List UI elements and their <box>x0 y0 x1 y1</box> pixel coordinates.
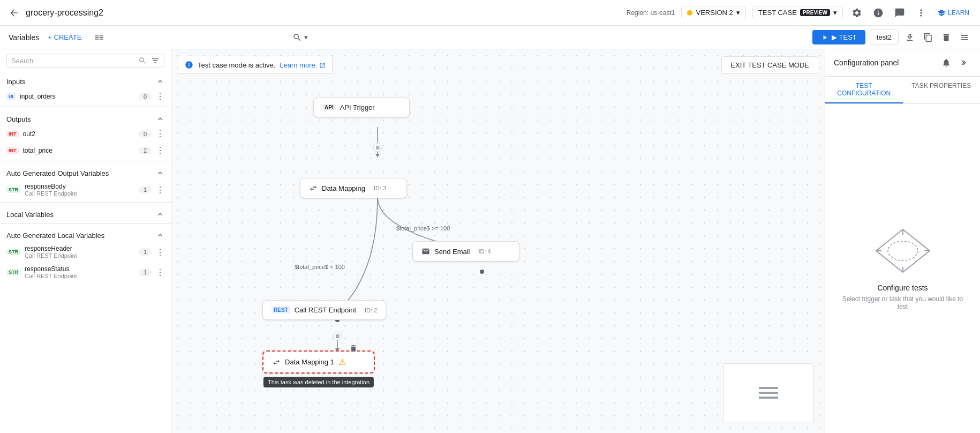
condition-label-gte: $total_price$ >= 100 <box>396 225 450 232</box>
list-item[interactable]: UI input_orders 0 ⋮ <box>0 88 171 104</box>
chat-button[interactable] <box>892 5 907 20</box>
outputs-section-header[interactable]: Outputs <box>0 109 171 125</box>
list-item[interactable]: STR responseStatus Call REST Endpoint 1 … <box>0 262 171 282</box>
preview-dropdown-icon: ▾ <box>833 9 837 17</box>
var-name: responseStatus <box>25 265 134 273</box>
delete-icon[interactable] <box>349 344 358 353</box>
auto-local-section-header[interactable]: Auto Generated Local Variables <box>0 226 171 242</box>
filter-icon[interactable] <box>151 56 160 65</box>
more-icon[interactable]: ⋮ <box>156 129 164 139</box>
more-icon[interactable]: ⋮ <box>156 185 164 195</box>
var-count: 1 <box>139 248 152 256</box>
divider <box>0 202 171 203</box>
var-sub: Call REST Endpoint <box>25 273 134 279</box>
exit-test-case-button[interactable]: EXIT TEST CASE MODE <box>721 56 818 74</box>
right-panel-header: Configuration panel <box>825 49 980 77</box>
var-count: 1 <box>139 268 152 276</box>
local-section-header[interactable]: Local Variables <box>0 205 171 221</box>
test-button-label: ▶ TEST <box>832 33 857 41</box>
type-badge: UI <box>6 93 16 100</box>
expand-button[interactable] <box>958 56 971 70</box>
version-button[interactable]: VERSION 2 ▾ <box>681 6 745 19</box>
more-icon[interactable]: ⋮ <box>156 91 164 101</box>
info-message: Test case mode is active. Learn more. <box>178 56 333 74</box>
outputs-title: Outputs <box>6 115 31 123</box>
node-label: Data Mapping 1 <box>285 358 334 366</box>
download-button[interactable] <box>903 31 917 44</box>
info-text: Test case mode is active. <box>198 61 275 69</box>
mini-lines-icon <box>758 385 779 401</box>
delete-icon-overlay[interactable] <box>349 344 358 354</box>
inputs-title: Inputs <box>6 78 25 86</box>
search-input[interactable] <box>11 57 134 65</box>
send-email-node[interactable]: Send Email ID: 4 <box>412 241 519 262</box>
node-label: Data Mapping <box>322 184 365 192</box>
left-panel: Inputs UI input_orders 0 ⋮ Outputs INT o… <box>0 49 171 433</box>
var-name: out2 <box>23 130 135 138</box>
mapping-icon <box>272 358 281 367</box>
settings-button[interactable] <box>849 5 864 20</box>
tab-test-configuration[interactable]: TEST CONFIGURATION <box>825 77 903 103</box>
test2-button[interactable]: test2 <box>870 29 899 45</box>
collapse-button[interactable] <box>92 31 106 44</box>
learn-more-link[interactable]: Learn more. <box>280 61 326 69</box>
warning-icon: ⚠ <box>338 357 346 367</box>
more-icon[interactable]: ⋮ <box>156 267 164 278</box>
node-id: ID: 4 <box>478 248 491 255</box>
list-item[interactable]: INT total_price 2 ⋮ <box>0 142 171 159</box>
bell-button[interactable] <box>939 56 953 70</box>
svg-point-6 <box>480 270 484 274</box>
more-icon[interactable]: ⋮ <box>156 247 164 257</box>
divider <box>0 223 171 223</box>
learn-button[interactable]: LEARN <box>935 6 971 19</box>
more-button[interactable] <box>914 5 929 20</box>
list-item[interactable]: STR responseHeader Call REST Endpoint 1 … <box>0 242 171 262</box>
back-button[interactable] <box>9 8 19 18</box>
panel-tabs: TEST CONFIGURATION TASK PROPERTIES <box>825 77 980 104</box>
learn-label: LEARN <box>948 9 969 17</box>
var-count: 0 <box>139 93 152 100</box>
api-trigger-node[interactable]: API API Trigger <box>313 98 410 117</box>
test-case-label: TEST CASE <box>758 9 797 17</box>
svg-text:⚙: ⚙ <box>335 333 340 339</box>
svg-rect-12 <box>759 387 778 389</box>
tab-task-properties[interactable]: TASK PROPERTIES <box>903 77 981 103</box>
variables-title: Variables <box>9 33 39 42</box>
var-info: responseBody Call REST Endpoint <box>25 183 134 197</box>
info-button[interactable] <box>871 5 886 20</box>
version-label: VERSION 2 <box>696 9 733 17</box>
canvas-area[interactable]: Test case mode is active. Learn more. EX… <box>171 49 825 433</box>
second-header: Variables + CREATE ▾ ▶ TEST test2 <box>0 26 980 49</box>
var-sub: Call REST Endpoint <box>25 190 134 197</box>
config-graphic <box>873 227 932 275</box>
var-count: 1 <box>139 186 152 193</box>
delete-button[interactable] <box>939 31 953 44</box>
create-button[interactable]: + CREATE <box>43 31 86 43</box>
auto-local-collapse-icon <box>156 231 164 240</box>
test-case-button[interactable]: TEST CASE PREVIEW ▾ <box>752 6 843 19</box>
svg-point-8 <box>333 332 342 340</box>
call-rest-node[interactable]: REST Call REST Endpoint ID: 2 <box>262 300 386 320</box>
type-badge: STR <box>6 186 20 193</box>
auto-output-section-header[interactable]: Auto Generated Output Variables <box>0 163 171 180</box>
auto-local-title: Auto Generated Local Variables <box>6 232 104 240</box>
local-title: Local Variables <box>6 211 54 219</box>
svg-point-1 <box>373 143 382 152</box>
node-id: ID: 3 <box>374 185 386 191</box>
configure-title: Configure tests <box>877 283 928 292</box>
version-dot <box>687 10 692 16</box>
zoom-control[interactable]: ▾ <box>292 33 308 42</box>
list-item[interactable]: STR responseBody Call REST Endpoint 1 ⋮ <box>0 180 171 200</box>
copy-button[interactable] <box>921 31 935 44</box>
list-item[interactable]: INT out2 0 ⋮ <box>0 125 171 142</box>
right-panel: Configuration panel TEST CONFIGURATION T… <box>825 49 980 433</box>
menu-icon[interactable] <box>958 31 971 44</box>
more-icon[interactable]: ⋮ <box>156 145 164 155</box>
var-sub: Call REST Endpoint <box>25 252 134 259</box>
test-button[interactable]: ▶ TEST <box>812 30 865 44</box>
inputs-section-header[interactable]: Inputs <box>0 72 171 88</box>
var-name: input_orders <box>20 93 134 100</box>
data-mapping-1-node[interactable]: Data Mapping 1 ⚠ This task was deleted i… <box>262 350 375 374</box>
rest-icon: REST <box>272 307 290 313</box>
data-mapping-node[interactable]: Data Mapping ID: 3 <box>300 178 407 198</box>
